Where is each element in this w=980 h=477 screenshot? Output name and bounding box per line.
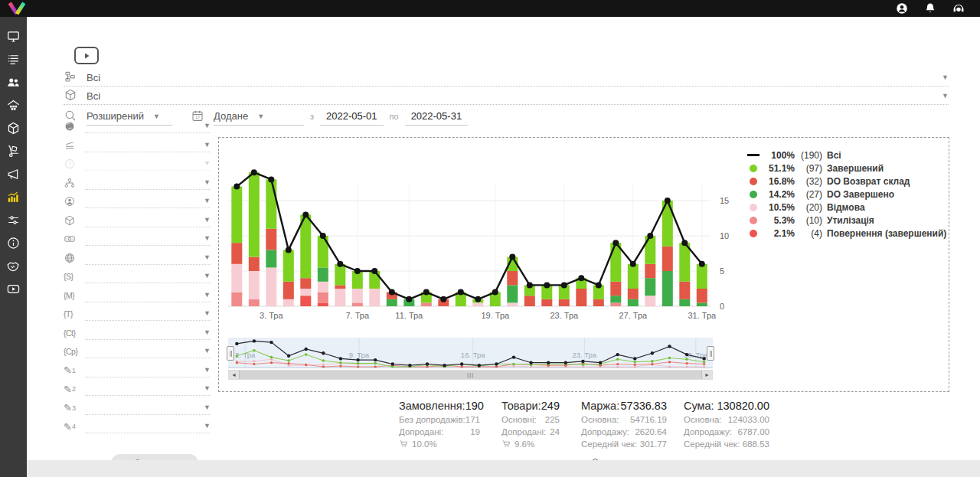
filter-dropdown-10[interactable]: {M}▼ — [64, 286, 211, 302]
dropdown-field[interactable]: ▼ — [85, 138, 211, 152]
filter-dropdown-2[interactable]: ▼ — [64, 136, 211, 152]
summary-column-2: Товари:249Основні:225Допродані:249.6% — [501, 398, 560, 450]
filter-dropdown-6[interactable]: ▼ — [64, 211, 211, 227]
chevron-down-icon: ▼ — [204, 403, 211, 411]
legend-label: Завершений — [827, 163, 884, 174]
dropdown-field[interactable]: ▼ — [85, 400, 211, 415]
svg-text:31. Тра: 31. Тра — [688, 311, 717, 320]
sidebar-item-automation[interactable] — [0, 211, 27, 229]
legend-dot-marker — [746, 204, 761, 211]
dropdown-field[interactable]: ▼ — [85, 419, 211, 433]
legend-dot-marker — [746, 217, 761, 224]
sidebar-item-dashboard[interactable] — [0, 27, 27, 45]
legend-percent: 14.2% — [764, 189, 795, 200]
sidebar-item-info[interactable] — [0, 234, 27, 252]
dropdown-field[interactable]: ▼ — [85, 175, 211, 190]
filter-dropdown-13[interactable]: {Cp}▼ — [64, 341, 211, 358]
brand-logo-icon[interactable] — [5, 1, 28, 16]
filter-dropdown-16[interactable]: ✎3▼ — [64, 398, 211, 415]
bell-icon[interactable] — [923, 2, 937, 15]
dropdown-field[interactable]: ▼ — [85, 288, 211, 302]
sidebar-item-partners[interactable] — [0, 256, 27, 275]
dropdown-field[interactable]: ▼ — [85, 381, 211, 396]
user-circle-icon — [64, 194, 79, 208]
summary-subrow: Середній чек:301.77 — [581, 438, 667, 450]
sidebar-item-video[interactable] — [0, 279, 27, 298]
date-field-select[interactable]: Додане ▼ — [214, 108, 304, 126]
chart-scrollbar[interactable]: ◄ ||| ► — [228, 370, 713, 380]
sidebar-item-products[interactable] — [0, 119, 27, 137]
dropdown-field[interactable]: ▼ — [85, 213, 211, 227]
sidebar-item-statistics[interactable] — [0, 188, 27, 206]
svg-text:2. Тра: 2. Тра — [235, 351, 256, 359]
dropdown-field[interactable]: ▼ — [85, 363, 211, 377]
legend-item-7[interactable]: 2.1%(4)Повернення (завершений) — [746, 227, 946, 240]
chevron-down-icon: ▼ — [204, 216, 211, 224]
sitemap-icon — [64, 176, 79, 190]
filter-dropdown-5[interactable]: ▼ — [64, 191, 211, 208]
legend-count: (27) — [795, 189, 822, 200]
legend-item-3[interactable]: 16.8%(32)DO Возврат склад — [746, 175, 946, 188]
dropdown-field[interactable]: ▼ — [85, 119, 211, 133]
scroll-left-icon[interactable]: ◄ — [229, 371, 239, 379]
filter-dropdown-1[interactable]: ▼ — [64, 116, 211, 133]
sidebar-item-supply[interactable] — [0, 142, 27, 160]
dropdown-field[interactable]: ▼ — [85, 344, 211, 358]
filter-dropdown-7[interactable]: ▼ — [64, 229, 211, 246]
sidebar-item-customers[interactable] — [0, 73, 27, 91]
filter-dropdown-15[interactable]: ✎2▼ — [64, 379, 211, 396]
svg-text:9. Тра: 9. Тра — [349, 351, 370, 359]
chevron-down-icon: ▼ — [204, 253, 211, 261]
sidebar-item-marketing[interactable] — [0, 165, 27, 183]
user-icon[interactable] — [895, 2, 909, 15]
summary-subrow: Допродані:19 — [399, 426, 480, 438]
filter-dropdown-11[interactable]: {T}▼ — [64, 304, 211, 321]
dropdown-field[interactable]: ▼ — [85, 156, 211, 171]
dropdown-field[interactable]: ▼ — [85, 194, 211, 208]
dropdown-field[interactable]: ▼ — [85, 231, 211, 246]
filter-dropdown-9[interactable]: {S}▼ — [64, 266, 211, 283]
legend-item-5[interactable]: 10.5%(20)Відмова — [746, 201, 946, 214]
filter-dropdown-12[interactable]: {Ct}▼ — [64, 323, 211, 340]
chart-navigator[interactable]: 2. Тра9. Тра16. Тра23. Тра30. Тра — [228, 338, 713, 368]
filter-dropdown-4[interactable]: ▼ — [64, 173, 211, 190]
legend-label: Всі — [827, 150, 841, 161]
sidebar-item-orders[interactable] — [0, 50, 27, 68]
support-headset-icon[interactable] — [952, 2, 965, 15]
chevron-down-icon: ▼ — [204, 159, 211, 167]
scrollbar-thumb[interactable]: ||| — [239, 371, 702, 379]
sidebar-item-warehouse[interactable] — [0, 96, 27, 114]
legend-item-1[interactable]: 100%(190)Всі — [746, 149, 946, 162]
edit-lines-icon — [64, 139, 79, 152]
summary-subrow: Основні:225 — [501, 413, 560, 426]
scroll-right-icon[interactable]: ► — [702, 371, 712, 379]
orders-chart[interactable]: 0510153. Тра7. Тра11. Тра19. Тра23. Тра2… — [220, 155, 732, 325]
legend-count: (4) — [795, 228, 822, 239]
filter-dropdown-17[interactable]: ✎4▼ — [64, 417, 211, 433]
product-filter-row[interactable]: Всі ▼ — [64, 87, 949, 105]
category-filter-row[interactable]: Всі ▼ — [64, 69, 949, 87]
product-filter-value: Всі — [87, 90, 100, 102]
upsell-percent-row: 9.6% — [501, 438, 560, 450]
navigator-right-handle[interactable] — [707, 346, 714, 361]
dropdown-field[interactable]: ▼ — [85, 250, 211, 265]
date-from-input[interactable]: 2022-05-01 — [320, 108, 384, 126]
summary-subrow: Без допродажів:171 — [399, 413, 480, 426]
video-tutorial-button[interactable] — [74, 47, 99, 64]
date-to-input[interactable]: 2022-05-31 — [405, 108, 469, 126]
legend-percent: 2.1% — [764, 228, 795, 239]
legend-percent: 51.1% — [764, 163, 795, 174]
filter-dropdown-14[interactable]: ✎1▼ — [64, 361, 211, 377]
dropdown-field[interactable]: ▼ — [85, 325, 211, 340]
navigator-left-handle[interactable] — [227, 346, 234, 361]
legend-item-2[interactable]: 51.1%(97)Завершений — [746, 162, 946, 175]
dropdown-field[interactable]: ▼ — [85, 269, 211, 283]
dropdown-field[interactable]: ▼ — [85, 306, 211, 321]
svg-text:27. Тра: 27. Тра — [619, 311, 648, 320]
legend-item-6[interactable]: 5.3%(10)Утилізація — [746, 214, 946, 227]
summary-value: 190 — [466, 400, 484, 412]
filter-dropdown-3[interactable]: ?▼ — [64, 154, 211, 171]
legend-item-4[interactable]: 14.2%(27)DO Завершено — [746, 188, 946, 201]
filter-dropdown-8[interactable]: ▼ — [64, 248, 211, 265]
summary-title: Товари: — [501, 400, 541, 412]
